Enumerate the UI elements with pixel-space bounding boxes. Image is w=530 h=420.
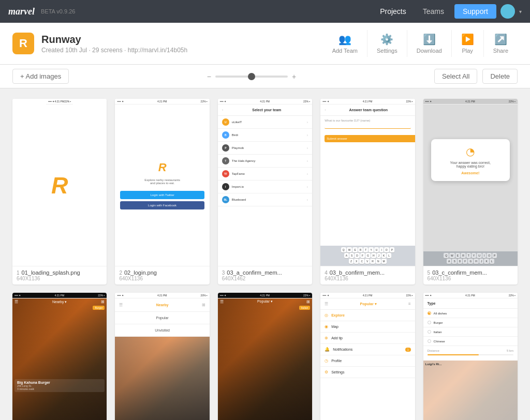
delete-button[interactable]: Delete xyxy=(482,69,518,84)
screen-item[interactable]: •••• ✦4:21 PM22% ▪ R 1 01_loading_splash… xyxy=(12,99,107,284)
nav-teams[interactable]: Teams xyxy=(417,5,450,18)
project-icon: R xyxy=(12,33,34,54)
zoom-control: − + xyxy=(207,72,296,81)
avatar[interactable] xyxy=(500,4,515,19)
screen-number: 3 xyxy=(222,270,225,276)
screen-thumbnail: •••• ✦4:21 PM22% ▪ ☰ Nearby ▾ ⊞ Big Kahu… xyxy=(12,293,107,420)
screen-thumbnail: •••• ✦4:21 PM22% ▪ Type All dishes Burge… xyxy=(423,293,518,420)
share-label: Share xyxy=(493,48,508,54)
screen-item[interactable]: •••• ✦4:21 PM22% ▪ R Explore nerby resta… xyxy=(115,99,209,284)
screen-item[interactable]: •••• ✦4:21 PM22% ▪ ‹ Answer team questio… xyxy=(320,99,415,284)
screen-thumbnail: •••• ✦4:21 PM22% ▪ R Explore nerby resta… xyxy=(115,99,209,266)
screen-item[interactable]: •••• ✦4:21 PM22% ▪ ☰ Nearby ▾ ⊞ Big Kahu… xyxy=(12,293,107,420)
beta-badge: BETA v0.9.26 xyxy=(41,8,75,14)
screen-name: 01_loading_splash.png xyxy=(22,269,80,276)
screen-dims: 640X1136 xyxy=(428,276,513,281)
support-button[interactable]: Support xyxy=(454,4,496,19)
main-content: •••• ✦4:21 PM22% ▪ R 1 01_loading_splash… xyxy=(0,88,530,420)
project-info: R Runway Created 10th Jul · 29 screens ·… xyxy=(12,33,187,54)
screen-name: 03_c_confirm_mem... xyxy=(432,269,487,276)
nav-right: Projects Teams Support ▾ xyxy=(374,4,522,19)
screen-dims: 640X1136 xyxy=(119,276,205,281)
screen-thumbnail: •••• ✦4:21 PM22% ▪ ☰ Popular ▾ ⊞ Italian… xyxy=(218,293,312,420)
screen-item[interactable]: •••• ✦4:21 PM22% ▪ ☰ Popular ▾ ⊞ Italian… xyxy=(218,293,312,420)
screen-name: 02_login.png xyxy=(124,269,157,276)
zoom-out-icon[interactable]: − xyxy=(207,72,211,81)
download-label: Download xyxy=(417,48,442,54)
screen-thumbnail: •••• ✦4:21 PM22% ▪ ‹ Answer team questio… xyxy=(320,99,415,266)
screen-number: 5 xyxy=(428,270,431,276)
screen-number: 4 xyxy=(325,270,328,276)
screen-item[interactable]: •••• ✦4:21 PM20% ▪ ☰ Nearby ⊞ Popular Un… xyxy=(115,293,209,420)
settings-icon: ⚙️ xyxy=(380,33,393,46)
screen-thumbnail: •••• ✦4:21 PM20% ▪ ☰ Nearby ⊞ Popular Un… xyxy=(115,293,209,420)
settings-button[interactable]: ⚙️ Settings xyxy=(367,30,407,57)
zoom-slider[interactable] xyxy=(215,76,288,78)
screen-number: 2 xyxy=(119,270,122,276)
screen-info: 2 02_login.png 640X1136 xyxy=(115,266,209,284)
screens-grid: •••• ✦4:21 PM22% ▪ R 1 01_loading_splash… xyxy=(12,99,518,420)
share-icon: ↗️ xyxy=(494,33,507,46)
project-header: R Runway Created 10th Jul · 29 screens ·… xyxy=(0,23,530,65)
screen-item[interactable]: •••• ✦4:21 PM22% ▪ Type All dishes Burge… xyxy=(423,293,518,420)
download-icon: ⬇️ xyxy=(423,33,436,46)
select-all-button[interactable]: Select All xyxy=(434,69,477,84)
nav-left: marvel BETA v0.9.26 xyxy=(8,6,75,17)
screen-name: 03_b_confirm_mem... xyxy=(330,269,385,276)
play-label: Play xyxy=(462,48,473,54)
screen-dims: 640X1462 xyxy=(222,276,308,281)
chevron-down-icon[interactable]: ▾ xyxy=(519,9,522,14)
project-title: Runway xyxy=(41,34,187,46)
project-meta: Created 10th Jul · 29 screens · http://m… xyxy=(41,47,187,54)
screen-info: 4 03_b_confirm_mem... 640X1136 xyxy=(320,266,415,284)
settings-label: Settings xyxy=(377,48,398,54)
screen-name: 03_a_confirm_mem... xyxy=(227,269,282,276)
screen-dims: 640X1136 xyxy=(17,276,102,281)
screen-thumbnail: •••• ✦4:21 PM22% ▪ ☰ Popular ▾ ≡ ◎ Explo… xyxy=(320,293,415,420)
zoom-in-icon[interactable]: + xyxy=(292,72,296,81)
share-button[interactable]: ↗️ Share xyxy=(484,30,518,57)
screen-item[interactable]: •••• ✦4:21 PM22% ▪ ‹ Select your team U … xyxy=(218,99,312,284)
screen-info: 5 03_c_confirm_mem... 640X1136 xyxy=(423,266,518,284)
toolbar-right: Select All Delete xyxy=(434,69,518,84)
project-icon-letter: R xyxy=(19,37,27,50)
screen-thumbnail: •••• ✦4:21 PM22% ▪ R xyxy=(12,99,107,266)
play-button[interactable]: ▶️ Play xyxy=(452,30,484,57)
screen-info: 1 01_loading_splash.png 640X1136 xyxy=(12,266,107,284)
add-team-label: Add Team xyxy=(332,48,358,54)
screen-number: 1 xyxy=(17,270,20,276)
add-team-button[interactable]: 👥 Add Team xyxy=(323,30,367,57)
project-details: Runway Created 10th Jul · 29 screens · h… xyxy=(41,34,187,54)
play-icon: ▶️ xyxy=(461,33,474,46)
screen-dims: 640X1136 xyxy=(325,276,410,281)
screen-item[interactable]: •••• ✦4:21 PM22% ▪ ◔ Your answer was cor… xyxy=(423,99,518,284)
screen-item[interactable]: •••• ✦4:21 PM22% ▪ ☰ Popular ▾ ≡ ◎ Explo… xyxy=(320,293,415,420)
add-team-icon: 👥 xyxy=(338,33,351,46)
marvel-logo: marvel xyxy=(8,6,35,17)
top-nav: marvel BETA v0.9.26 Projects Teams Suppo… xyxy=(0,0,530,23)
toolbar: + Add images − + Select All Delete xyxy=(0,65,530,88)
project-actions: 👥 Add Team ⚙️ Settings ⬇️ Download ▶️ Pl… xyxy=(323,30,518,57)
screen-thumbnail: •••• ✦4:21 PM22% ▪ ‹ Select your team U … xyxy=(218,99,312,266)
screen-thumbnail: •••• ✦4:21 PM22% ▪ ◔ Your answer was cor… xyxy=(423,99,518,266)
screen-info: 3 03_a_confirm_mem... 640X1462 xyxy=(218,266,312,284)
download-button[interactable]: ⬇️ Download xyxy=(407,30,452,57)
add-images-button[interactable]: + Add images xyxy=(12,69,69,84)
nav-projects[interactable]: Projects xyxy=(374,5,413,18)
